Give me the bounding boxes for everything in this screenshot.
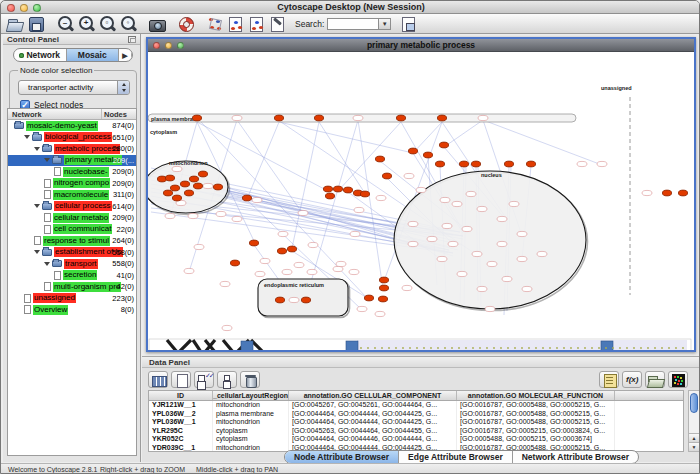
network-node-small[interactable] [522, 286, 532, 291]
network-view-titlebar[interactable]: primary metabolic process [148, 39, 694, 52]
import-attributes-icon[interactable] [247, 15, 268, 33]
network-node[interactable] [423, 152, 432, 158]
zoom-out-icon[interactable] [55, 15, 76, 33]
tree-row[interactable]: transport558(0) [8, 258, 136, 270]
tree-row[interactable]: response to stimul264(0) [8, 235, 136, 247]
zoom-selected-icon[interactable] [118, 15, 139, 33]
network-node-small[interactable] [517, 231, 527, 236]
expand-arrow-icon[interactable] [44, 158, 50, 162]
tab-edge-attribute-browser[interactable]: Edge Attribute Browser [399, 451, 513, 463]
delete-attribute-icon[interactable] [240, 371, 260, 388]
network-node[interactable] [379, 285, 388, 291]
network-node-small[interactable] [282, 269, 292, 274]
zoom-fit-icon[interactable] [97, 15, 118, 33]
network-node[interactable] [504, 161, 513, 167]
network-node[interactable] [471, 161, 480, 167]
attribute-matrix-icon[interactable] [668, 371, 688, 388]
tree-row[interactable]: Overview8(0) [8, 304, 136, 316]
network-node-small[interactable] [537, 251, 547, 256]
network-node-small[interactable] [472, 251, 482, 256]
network-node-small[interactable] [260, 258, 270, 263]
network-node-small[interactable] [350, 231, 360, 236]
network-node[interactable] [364, 295, 373, 301]
expand-arrow-icon[interactable] [34, 250, 40, 254]
network-node[interactable] [163, 190, 172, 196]
network-node-small[interactable] [308, 242, 318, 247]
expand-arrow-icon[interactable] [34, 204, 40, 208]
network-node-small[interactable] [222, 325, 232, 330]
network-node-small[interactable] [298, 210, 308, 215]
tree-row[interactable]: establishment of lo558(0) [8, 247, 136, 259]
network-node[interactable] [249, 240, 258, 246]
new-attribute-icon[interactable] [171, 371, 191, 388]
network-node[interactable] [165, 175, 174, 181]
network-node-small[interactable] [440, 197, 450, 202]
tree-row[interactable]: multi-organism pro42(0) [8, 281, 136, 293]
network-node-small[interactable] [462, 226, 472, 231]
network-node[interactable] [314, 115, 323, 121]
network-node[interactable] [189, 176, 198, 182]
tree-row[interactable]: secretion41(0) [8, 270, 136, 282]
network-node[interactable] [198, 171, 207, 177]
network-node-small[interactable] [448, 241, 458, 246]
scrollbar-thumb[interactable] [690, 393, 698, 413]
network-node-small[interactable] [353, 115, 363, 120]
tree-row[interactable]: primary metabo209(... [8, 155, 136, 167]
network-node[interactable] [192, 115, 201, 121]
network-node-small[interactable] [333, 266, 343, 271]
table-vertical-scrollbar[interactable]: ▲ ▼ [688, 390, 700, 452]
network-node-small[interactable] [203, 183, 213, 188]
network-node-small[interactable] [376, 195, 386, 200]
select-attributes-icon[interactable] [194, 371, 214, 388]
search-input[interactable] [327, 18, 379, 30]
network-node-small[interactable] [349, 269, 359, 274]
tab-scroll-right-icon[interactable]: ▶ [119, 49, 132, 61]
network-node-small[interactable] [220, 281, 230, 286]
network-node-small[interactable] [375, 311, 385, 316]
attribute-form-icon[interactable] [599, 371, 619, 388]
network-node[interactable] [172, 195, 181, 201]
network-node-small[interactable] [404, 173, 414, 178]
network-node-small[interactable] [597, 161, 607, 166]
network-node-small[interactable] [577, 161, 587, 166]
expand-arrow-icon[interactable] [24, 135, 30, 139]
network-node[interactable] [277, 248, 286, 254]
network-node[interactable] [323, 186, 332, 192]
tab-mosaic[interactable]: Mosaic [67, 49, 120, 61]
network-node-small[interactable] [502, 276, 512, 281]
tree-row[interactable]: cellular metabo209(0) [8, 212, 136, 224]
network-node[interactable] [678, 190, 687, 196]
network-node-small[interactable] [408, 241, 418, 246]
network-node[interactable] [375, 156, 384, 162]
network-node-small[interactable] [354, 207, 364, 212]
network-node-small[interactable] [466, 191, 476, 196]
network-node-small[interactable] [452, 201, 462, 206]
snapshot-icon[interactable] [147, 15, 168, 33]
float-panel-icon[interactable] [128, 36, 136, 43]
network-node[interactable] [408, 148, 417, 154]
select-attributes-small-icon[interactable] [217, 371, 237, 388]
tree-row[interactable]: metabolic process280(0) [8, 143, 136, 155]
network-node-small[interactable] [252, 197, 262, 202]
network-node-small[interactable] [232, 115, 242, 120]
save-session-icon[interactable] [26, 15, 47, 33]
network-node[interactable] [287, 246, 296, 252]
network-node[interactable] [379, 277, 388, 283]
tab-network-attribute-browser[interactable]: Network Attribute Browser [513, 451, 638, 463]
network-node[interactable] [193, 183, 202, 189]
network-node[interactable] [437, 115, 446, 121]
network-node-small[interactable] [427, 236, 437, 241]
network-node[interactable] [301, 297, 310, 303]
network-node-small[interactable] [408, 221, 418, 226]
network-node-small[interactable] [294, 262, 304, 267]
table-row[interactable]: YKR052Ccytoplasm[GO:0044464, GO:0044446,… [149, 435, 683, 444]
network-node-small[interactable] [485, 306, 495, 311]
search-dropdown-icon[interactable]: ▼ [379, 18, 391, 30]
tab-node-attribute-browser[interactable]: Node Attribute Browser [285, 451, 399, 463]
network-node[interactable] [378, 296, 387, 302]
network-node[interactable] [396, 115, 405, 121]
tree-row[interactable]: cell communicat22(0) [8, 224, 136, 236]
network-node-small[interactable] [194, 244, 204, 249]
network-node-small[interactable] [255, 271, 265, 276]
column-header[interactable]: _cellularLayoutRegion [213, 391, 289, 400]
